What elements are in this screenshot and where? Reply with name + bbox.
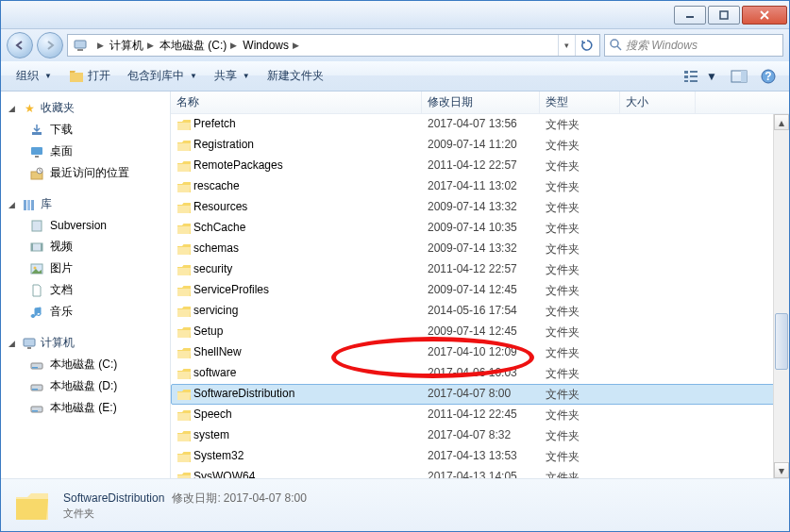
nav-subversion[interactable]: Subversion <box>1 215 170 236</box>
nav-documents[interactable]: 文档 <box>1 279 170 301</box>
include-in-library-menu[interactable]: 包含到库中▼ <box>120 64 205 88</box>
maximize-button[interactable] <box>708 6 740 25</box>
recent-icon <box>29 166 44 181</box>
address-box[interactable]: ▶ 计算机▶ 本地磁盘 (C:)▶ Windows▶ ▾ <box>67 34 600 57</box>
svg-rect-33 <box>32 367 38 369</box>
col-date[interactable]: 修改日期 <box>422 91 540 113</box>
svg-rect-1 <box>720 11 728 19</box>
nav-drive-e[interactable]: 本地磁盘 (E:) <box>1 397 170 419</box>
table-row[interactable]: SchCache2009-07-14 10:35文件夹 <box>171 218 789 239</box>
open-button[interactable]: 打开 <box>61 64 118 88</box>
scroll-down-button[interactable]: ▾ <box>774 462 789 478</box>
back-button[interactable] <box>7 32 33 58</box>
cell-type: 文件夹 <box>546 387 626 403</box>
breadcrumb-computer[interactable]: 计算机▶ <box>107 38 157 54</box>
svg-rect-21 <box>24 200 26 210</box>
table-row[interactable]: Registration2009-07-14 11:20文件夹 <box>171 135 789 156</box>
folder-icon <box>176 388 193 401</box>
nav-downloads[interactable]: 下载 <box>1 119 170 141</box>
col-name[interactable]: 名称 <box>171 91 422 113</box>
nav-drive-d[interactable]: 本地磁盘 (D:) <box>1 375 170 397</box>
svg-rect-18 <box>35 156 39 158</box>
nav-videos[interactable]: 视频 <box>1 236 170 258</box>
svg-rect-9 <box>690 71 698 73</box>
cell-date: 2017-04-11 13:02 <box>428 179 546 195</box>
nav-recent[interactable]: 最近访问的位置 <box>1 162 170 184</box>
table-row[interactable]: servicing2014-05-16 17:54文件夹 <box>171 301 789 322</box>
cell-type: 文件夹 <box>546 241 626 258</box>
cell-name: SchCache <box>193 221 428 237</box>
scroll-thumb[interactable] <box>775 313 788 370</box>
cell-name: Resources <box>193 200 428 216</box>
table-row[interactable]: system2017-04-07 8:32文件夹 <box>171 425 789 446</box>
cell-date: 2009-07-14 12:45 <box>428 324 546 341</box>
table-row[interactable]: schemas2009-07-14 13:32文件夹 <box>171 239 789 259</box>
svg-rect-27 <box>41 243 42 251</box>
explorer-window: ▶ 计算机▶ 本地磁盘 (C:)▶ Windows▶ ▾ 搜索 Windows … <box>0 0 790 532</box>
file-list[interactable]: Prefetch2017-04-07 13:56文件夹Registration2… <box>171 114 789 478</box>
table-row[interactable]: rescache2017-04-11 13:02文件夹 <box>171 176 789 197</box>
col-size[interactable]: 大小 <box>620 91 696 113</box>
nav-drive-c[interactable]: 本地磁盘 (C:) <box>1 354 170 375</box>
cell-type: 文件夹 <box>546 428 626 444</box>
vertical-scrollbar[interactable]: ▴ ▾ <box>773 114 789 478</box>
table-row[interactable]: SoftwareDistribution2017-04-07 8:00文件夹 <box>171 384 789 405</box>
breadcrumb-drive-c[interactable]: 本地磁盘 (C:)▶ <box>157 38 240 54</box>
col-type[interactable]: 类型 <box>540 91 620 113</box>
svg-rect-30 <box>24 339 35 346</box>
svg-rect-31 <box>27 347 31 349</box>
nav-music[interactable]: 音乐 <box>1 301 170 323</box>
svg-rect-17 <box>31 147 42 155</box>
cell-date: 2009-07-14 11:20 <box>428 138 546 154</box>
refresh-button[interactable] <box>575 35 597 56</box>
table-row[interactable]: SysWOW642017-04-13 14:05文件夹 <box>171 467 789 478</box>
details-type: 文件夹 <box>63 507 307 521</box>
organize-menu[interactable]: 组织▼ <box>8 64 59 88</box>
table-row[interactable]: ServiceProfiles2009-07-14 12:45文件夹 <box>171 280 789 301</box>
table-row[interactable]: Setup2009-07-14 12:45文件夹 <box>171 322 789 342</box>
table-row[interactable]: Speech2011-04-12 22:45文件夹 <box>171 405 789 425</box>
nav-pictures[interactable]: 图片 <box>1 258 170 279</box>
table-row[interactable]: software2017-04-06 10:03文件夹 <box>171 363 789 384</box>
breadcrumb-sep[interactable]: ▶ <box>91 41 107 50</box>
libraries-header[interactable]: ◢ 库 <box>1 193 170 215</box>
minimize-button[interactable] <box>674 6 706 25</box>
table-row[interactable]: Prefetch2017-04-07 13:56文件夹 <box>171 114 789 135</box>
cell-type: 文件夹 <box>546 138 626 154</box>
table-row[interactable]: System322017-04-13 13:53文件夹 <box>171 446 789 467</box>
cell-name: Setup <box>193 324 428 341</box>
cell-name: SoftwareDistribution <box>193 387 428 403</box>
new-folder-button[interactable]: 新建文件夹 <box>260 64 331 88</box>
breadcrumb-windows[interactable]: Windows▶ <box>240 39 302 52</box>
folder-icon <box>176 180 193 193</box>
close-button[interactable] <box>742 6 787 25</box>
view-options-button[interactable]: ▼ <box>678 65 723 88</box>
svg-rect-22 <box>27 200 30 210</box>
table-row[interactable]: RemotePackages2011-04-12 22:57文件夹 <box>171 156 789 176</box>
preview-pane-button[interactable] <box>725 66 753 87</box>
scroll-track[interactable] <box>774 130 789 462</box>
computer-header[interactable]: ◢ 计算机 <box>1 332 170 354</box>
table-row[interactable]: ShellNew2017-04-10 12:09文件夹 <box>171 342 789 363</box>
share-menu[interactable]: 共享▼ <box>207 64 258 88</box>
cell-date: 2017-04-07 13:56 <box>428 117 546 133</box>
address-dropdown[interactable]: ▾ <box>558 35 575 56</box>
table-row[interactable]: security2011-04-12 22:57文件夹 <box>171 259 789 280</box>
favorites-header[interactable]: ◢ ★ 收藏夹 <box>1 97 170 119</box>
cell-date: 2017-04-13 14:05 <box>428 470 546 479</box>
details-name: SoftwareDistribution <box>63 491 164 505</box>
nav-desktop[interactable]: 桌面 <box>1 141 170 162</box>
star-icon: ★ <box>22 101 37 116</box>
table-row[interactable]: Resources2009-07-14 13:32文件夹 <box>171 197 789 218</box>
scroll-up-button[interactable]: ▴ <box>774 114 789 130</box>
svg-rect-10 <box>690 75 698 77</box>
forward-button[interactable] <box>37 32 63 58</box>
video-icon <box>29 240 44 255</box>
search-input[interactable]: 搜索 Windows <box>604 34 783 57</box>
cell-date: 2011-04-12 22:45 <box>428 407 546 424</box>
cell-name: Speech <box>193 407 428 424</box>
help-button[interactable]: ? <box>755 65 782 88</box>
folder-icon <box>176 450 193 463</box>
cell-name: ServiceProfiles <box>193 283 428 299</box>
details-pane: SoftwareDistribution 修改日期: 2017-04-07 8:… <box>1 478 789 531</box>
